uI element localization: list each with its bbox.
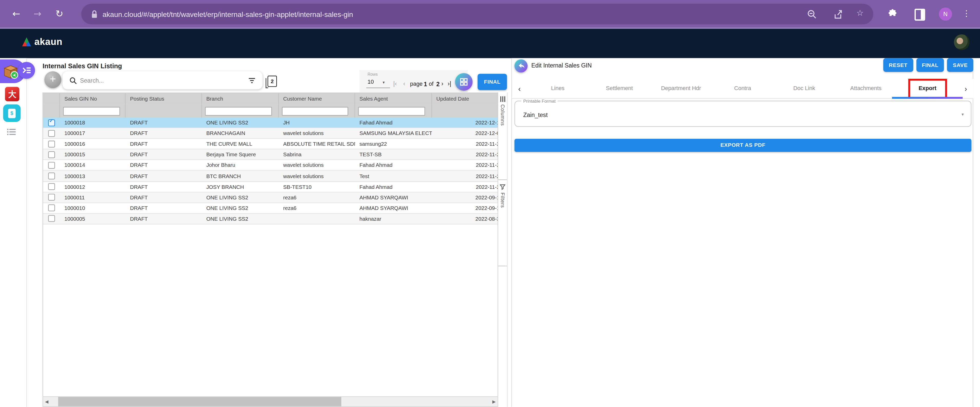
final-button-listing[interactable]: FINAL [477, 74, 507, 90]
scroll-right-icon[interactable]: ▶ [492, 399, 496, 404]
tab-attachments[interactable]: Attachments [835, 79, 897, 99]
table-cell: TEST-SB [355, 151, 432, 157]
table-cell: Fahad Ahmad [355, 119, 432, 126]
row-checkbox[interactable] [48, 205, 55, 211]
table-cell: DRAFT [126, 162, 202, 169]
export-as-pdf-button[interactable]: EXPORT AS PDF [514, 139, 972, 152]
tab-contra[interactable]: Contra [712, 79, 773, 99]
bookmark-star-icon[interactable]: ☆ [856, 8, 864, 18]
table-cell: 1000018 [60, 119, 126, 126]
table-filter-row [43, 105, 498, 118]
table-row[interactable]: 1000010DRAFTONE LIVING SS2reza6AHMAD SYA… [43, 203, 498, 214]
table-cell: samsung22 [355, 141, 432, 147]
search-input[interactable]: Search... [80, 77, 248, 84]
expand-menu-button[interactable] [18, 62, 35, 79]
next-page-icon[interactable]: › [441, 80, 444, 87]
row-checkbox[interactable] [48, 151, 55, 158]
edit-tab-bar: ‹ LinesSettlementDepartment HdrContraDoc… [512, 79, 973, 99]
table-cell: Sabrina [279, 151, 355, 157]
column-header[interactable]: Sales Agent [355, 93, 432, 105]
column-header[interactable]: Updated Date [432, 93, 498, 105]
table-cell: SB-TEST10 [279, 183, 355, 190]
row-checkbox[interactable] [48, 130, 55, 137]
table-row[interactable]: 1000014DRAFTJohor Bharuwavelet solutions… [43, 161, 498, 171]
address-bar[interactable]: akaun.cloud/#/applet/tnt/wavelet/erp/int… [81, 4, 873, 24]
columns-vertical-tab[interactable]: Columns [498, 93, 507, 180]
first-page-icon[interactable]: |‹ [393, 80, 397, 87]
filters-vertical-tab[interactable]: Filters [498, 180, 507, 266]
scrollbar-thumb[interactable] [58, 397, 342, 407]
table-cell: Test [355, 173, 432, 179]
prev-page-icon[interactable]: ‹ [403, 80, 405, 87]
grid-view-button[interactable] [455, 73, 473, 91]
column-filter-input[interactable] [205, 107, 272, 115]
tab-department-hdr[interactable]: Department Hdr [650, 79, 712, 99]
final-button[interactable]: FINAL [916, 58, 944, 72]
browser-profile-avatar[interactable]: N [939, 8, 952, 21]
row-checkbox[interactable] [48, 215, 55, 222]
table-side-tabs: Columns Filters [498, 93, 508, 407]
table-row[interactable]: 1000018DRAFTONE LIVING SS2JHFahad Ahmad2… [43, 118, 498, 128]
column-filter-input[interactable] [282, 107, 348, 115]
table-row[interactable]: 1000011DRAFTONE LIVING SS2reza6AHMAD SYA… [43, 192, 498, 203]
scroll-left-icon[interactable]: ◀ [45, 399, 48, 404]
table-cell: 1000005 [60, 216, 126, 222]
tab-settlement[interactable]: Settlement [589, 79, 650, 99]
table-cell: DRAFT [126, 194, 202, 200]
search-box[interactable]: Search... [63, 72, 263, 89]
zoom-out-icon[interactable] [806, 9, 818, 20]
rows-caret-icon[interactable]: ▼ [382, 81, 385, 84]
tab-lines[interactable]: Lines [527, 79, 589, 99]
horizontal-scrollbar[interactable]: ◀ ▶ [43, 396, 498, 407]
browser-reload-icon[interactable]: ↻ [52, 0, 67, 27]
browser-menu-icon[interactable]: ⋮ [962, 0, 971, 27]
rows-per-page-select[interactable]: 10 [368, 79, 374, 85]
tab-export[interactable]: Export [897, 79, 958, 99]
tabs-scroll-right-icon[interactable]: › [959, 79, 972, 99]
column-header[interactable]: Posting Status [126, 93, 202, 105]
list-menu-icon[interactable] [7, 127, 16, 138]
last-page-icon[interactable]: ›| [447, 80, 451, 87]
back-button[interactable] [514, 59, 528, 72]
duplicate-pages-icon[interactable]: 2 [268, 76, 277, 87]
edit-panel: Edit Internal Sales GIN RESETFINALSAVE ‹… [511, 58, 980, 407]
total-pages: 2 [436, 81, 439, 87]
browser-back-icon[interactable]: ← [9, 0, 24, 27]
table-row[interactable]: 1000013DRAFTBTC BRANCHwavelet solutionsT… [43, 171, 498, 182]
tabs-scroll-left-icon[interactable]: ‹ [513, 79, 526, 99]
column-filter-input[interactable] [358, 107, 425, 115]
side-panel-icon[interactable] [915, 9, 925, 21]
applet-icon-red[interactable]: 大 [5, 87, 19, 101]
row-checkbox[interactable] [48, 119, 55, 126]
table-cell: ONE LIVING SS2 [202, 119, 279, 126]
browser-forward-icon[interactable]: → [30, 0, 45, 27]
reset-button[interactable]: RESET [883, 58, 913, 72]
printable-format-field[interactable]: Printable Format Zain_test ▼ [514, 100, 972, 127]
tab-doc-link[interactable]: Doc Link [773, 79, 835, 99]
column-header[interactable]: Sales GIN No [60, 93, 126, 105]
table-row[interactable]: 1000015DRAFTBerjaya Time SquereSabrinaTE… [43, 149, 498, 161]
column-header[interactable]: Branch [202, 93, 279, 105]
search-icon [69, 76, 77, 84]
row-checkbox[interactable] [48, 183, 55, 190]
filter-list-icon[interactable] [248, 77, 256, 83]
table-row[interactable]: 1000016DRAFTTHE CURVE MALLABSOLUTE TIME … [43, 139, 498, 149]
table-row[interactable]: 1000005DRAFTONE LIVING SS2haknazar2022-0… [43, 214, 498, 224]
share-icon[interactable] [833, 9, 844, 20]
row-checkbox[interactable] [48, 162, 55, 169]
column-header[interactable]: Customer Name [279, 93, 355, 105]
table-cell: DRAFT [126, 130, 202, 136]
dropdown-caret-icon[interactable]: ▼ [961, 112, 965, 116]
row-checkbox[interactable] [48, 194, 55, 201]
column-filter-input[interactable] [63, 107, 120, 115]
user-avatar-photo[interactable] [954, 34, 969, 50]
extensions-icon[interactable] [888, 9, 897, 19]
add-button[interactable]: + [45, 72, 61, 88]
table-row[interactable]: 1000012DRAFTJOSY BRANCHSB-TEST10Fahad Ah… [43, 182, 498, 192]
applet-icon-teal[interactable]: $ [3, 105, 21, 122]
save-button[interactable]: SAVE [947, 58, 973, 72]
row-checkbox[interactable] [48, 140, 55, 147]
action-buttons: RESETFINALSAVE [883, 58, 973, 72]
table-row[interactable]: 1000017DRAFTBRANCHAGAINwavelet solutions… [43, 128, 498, 139]
row-checkbox[interactable] [48, 172, 55, 180]
